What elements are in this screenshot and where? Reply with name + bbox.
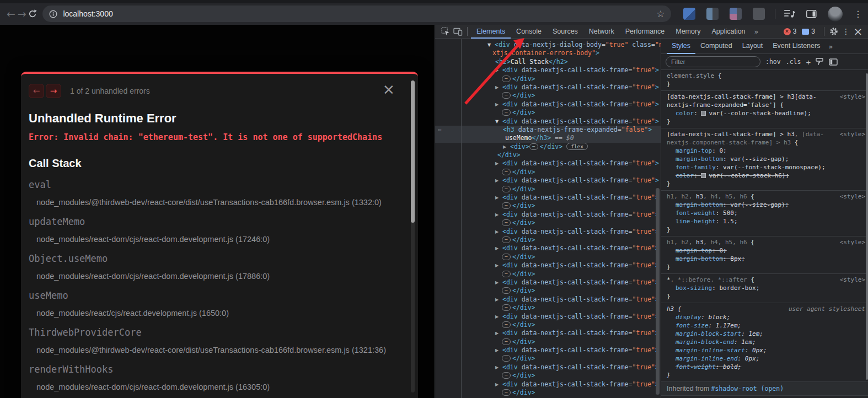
- dom-tree-line[interactable]: ▶<div data-nextjs-call-stack-frame="true…: [435, 313, 661, 321]
- stylesheet-source-link[interactable]: <style>: [840, 130, 865, 138]
- css-line[interactable]: font-size: 1.17em;: [667, 321, 864, 330]
- devtools-tab-network[interactable]: Network: [583, 25, 620, 39]
- stylesheet-source-link[interactable]: <style>: [840, 276, 865, 284]
- css-line[interactable]: margin-bottom: 8px;: [667, 255, 864, 263]
- dom-tree-line[interactable]: ▶<div data-nextjs-call-stack-frame="true…: [435, 100, 661, 109]
- devtools-tab-sources[interactable]: Sources: [547, 25, 583, 39]
- dom-tree-line[interactable]: ▶<div data-nextjs-call-stack-frame="true…: [435, 176, 661, 185]
- expand-ellipsis-button[interactable]: ⋯: [502, 92, 511, 99]
- close-overlay-button[interactable]: ×: [382, 82, 395, 96]
- toggle-rendering-icon[interactable]: [816, 58, 824, 66]
- dom-tree-line[interactable]: ⋯</div>: [435, 354, 661, 363]
- styles-tab-event-listeners[interactable]: Event Listeners: [768, 39, 825, 54]
- styles-tab-computed[interactable]: Computed: [695, 39, 737, 54]
- dom-tree-line[interactable]: useMemo</h3> == $0: [435, 134, 661, 142]
- dom-tree-line[interactable]: ▶<div data-nextjs-call-stack-frame="true…: [435, 295, 661, 304]
- devtools-tab-performance[interactable]: Performance: [620, 25, 671, 39]
- extension-icon-2[interactable]: [706, 8, 719, 20]
- dom-tree-line[interactable]: ▶<div data-nextjs-call-stack-frame="true…: [435, 211, 661, 219]
- dom-tree-line[interactable]: ⋯</div>: [435, 75, 661, 83]
- dom-tree-line[interactable]: ⋯</div>: [435, 304, 661, 312]
- element-class-toggle[interactable]: .cls: [786, 58, 801, 66]
- dom-tree-line[interactable]: ⋯</div>: [435, 270, 661, 278]
- dom-tree-line[interactable]: </div>: [435, 151, 661, 159]
- dom-tree-line[interactable]: <h2>Call Stack</h2>: [435, 58, 661, 66]
- pseudo-state-toggle[interactable]: :hov: [765, 58, 781, 66]
- stack-frame-location[interactable]: node_modules/react-dom/cjs/react-dom.dev…: [36, 235, 410, 244]
- overlay-scrollbar-thumb[interactable]: [411, 80, 415, 223]
- dom-tree-line[interactable]: ⋯</div>: [435, 109, 661, 117]
- css-line[interactable]: margin-inline-start: 0px;: [667, 346, 864, 354]
- stylesheet-source-link[interactable]: <style>: [840, 192, 865, 201]
- dom-tree-line[interactable]: xtjs-container-errors-body">: [435, 49, 661, 57]
- css-line[interactable]: margin-top: 0;: [667, 246, 864, 255]
- dom-tree-line[interactable]: ▶<div data-nextjs-call-stack-frame="true…: [435, 363, 661, 372]
- expand-ellipsis-button[interactable]: ⋯: [529, 143, 538, 150]
- dom-tree-line[interactable]: ⋯<h3 data-nextjs-frame-expanded="false">: [435, 126, 661, 134]
- dom-tree-line[interactable]: ▶<div data-nextjs-call-stack-frame="true…: [435, 244, 661, 252]
- url-bar[interactable]: localhost:3000 ☆: [42, 6, 671, 22]
- dom-tree-line[interactable]: ▼<div data-nextjs-call-stack-frame="true…: [435, 117, 661, 126]
- devtools-settings-gear-icon[interactable]: [828, 25, 840, 37]
- dom-tree-line[interactable]: ▶<div data-nextjs-call-stack-frame="true…: [435, 83, 661, 92]
- expand-ellipsis-button[interactable]: ⋯: [502, 304, 511, 311]
- expand-ellipsis-button[interactable]: ⋯: [502, 355, 511, 362]
- expand-ellipsis-button[interactable]: ⋯: [502, 109, 511, 116]
- stylesheet-source-link[interactable]: <style>: [840, 238, 865, 246]
- styles-tab-styles[interactable]: Styles: [667, 39, 695, 54]
- dom-tree-line[interactable]: ⋯</div>: [435, 236, 661, 244]
- dom-tree-line[interactable]: ▶<div data-nextjs-call-stack-frame="true…: [435, 380, 661, 389]
- css-line[interactable]: font-family: var(--font-stack-monospace)…: [667, 163, 864, 171]
- styles-more-tabs-icon[interactable]: »: [825, 42, 836, 51]
- new-style-rule-icon[interactable]: +: [806, 57, 811, 67]
- dom-tree-line[interactable]: ⋯</div>: [435, 253, 661, 261]
- css-line[interactable]: margin-top: 0;: [667, 147, 864, 155]
- expand-ellipsis-button[interactable]: ⋯: [502, 186, 511, 192]
- shadow-root-link[interactable]: #shadow-root (open): [711, 385, 784, 392]
- dom-tree-line[interactable]: ▶<div data-nextjs-call-stack-frame="true…: [435, 66, 661, 74]
- dom-tree-line[interactable]: ▶<div data-nextjs-call-stack-frame="true…: [435, 159, 661, 168]
- inspect-element-icon[interactable]: [440, 25, 452, 37]
- dom-tree-line[interactable]: ⋯</div>: [435, 219, 661, 227]
- css-line[interactable]: margin-bottom: var(--size-gap);: [667, 155, 864, 163]
- previous-error-button[interactable]: ←: [29, 84, 44, 98]
- dom-tree-line[interactable]: ⋯</div>: [435, 202, 661, 210]
- devtools-tab-console[interactable]: Console: [511, 25, 547, 39]
- profile-avatar[interactable]: [828, 7, 843, 21]
- forward-button[interactable]: →: [17, 8, 28, 20]
- reload-button[interactable]: [28, 9, 39, 19]
- dom-tree-line[interactable]: ▶<div>⋯</div>flex: [435, 143, 661, 151]
- stylesheet-source-link[interactable]: user agent stylesheet: [789, 305, 865, 313]
- extension-icon-3[interactable]: [730, 8, 742, 20]
- dom-tree-line[interactable]: ⋯</div>: [435, 338, 661, 346]
- css-line[interactable]: margin-block-start: 1em;: [667, 330, 864, 338]
- stack-frame-location[interactable]: node_modules/@thirdweb-dev/react-core/di…: [36, 346, 410, 354]
- expand-ellipsis-button[interactable]: ⋯: [502, 321, 511, 328]
- color-swatch[interactable]: [701, 111, 706, 116]
- side-panel-icon[interactable]: [806, 10, 817, 18]
- expand-ellipsis-button[interactable]: ⋯: [502, 372, 511, 379]
- css-line[interactable]: margin-bottom: var(--size-gap);: [667, 201, 864, 209]
- css-line[interactable]: font-weight: 500;: [667, 209, 864, 217]
- expand-ellipsis-button[interactable]: ⋯: [502, 338, 511, 345]
- extension-icon-1[interactable]: [683, 8, 695, 20]
- dom-tree-line[interactable]: ▶<div data-nextjs-call-stack-frame="true…: [435, 278, 661, 287]
- device-toolbar-icon[interactable]: [452, 25, 464, 37]
- dom-tree-line[interactable]: ⋯</div>: [435, 321, 661, 329]
- expand-ellipsis-button[interactable]: ⋯: [502, 202, 511, 209]
- stack-frame-location[interactable]: node_modules/react/cjs/react.development…: [36, 309, 410, 318]
- node-menu-dots[interactable]: ⋯: [438, 126, 442, 134]
- extension-icon-4[interactable]: [753, 8, 765, 20]
- stack-frame-location[interactable]: node_modules/@thirdweb-dev/react-core/di…: [36, 198, 410, 207]
- expand-ellipsis-button[interactable]: ⋯: [502, 76, 511, 82]
- flex-badge[interactable]: flex: [566, 143, 588, 150]
- stack-frame-location[interactable]: node_modules/react-dom/cjs/react-dom.dev…: [36, 272, 410, 281]
- tab-media-list-icon[interactable]: [784, 9, 795, 18]
- elements-scrollbar-thumb[interactable]: [656, 188, 660, 395]
- devtools-close-icon[interactable]: ×: [852, 25, 864, 37]
- next-error-button[interactable]: →: [46, 84, 61, 98]
- url-text[interactable]: localhost:3000: [63, 9, 112, 18]
- dom-tree-line[interactable]: ▶<div data-nextjs-call-stack-frame="true…: [435, 261, 661, 270]
- expand-ellipsis-button[interactable]: ⋯: [502, 219, 511, 226]
- devtools-tab-memory[interactable]: Memory: [670, 25, 706, 39]
